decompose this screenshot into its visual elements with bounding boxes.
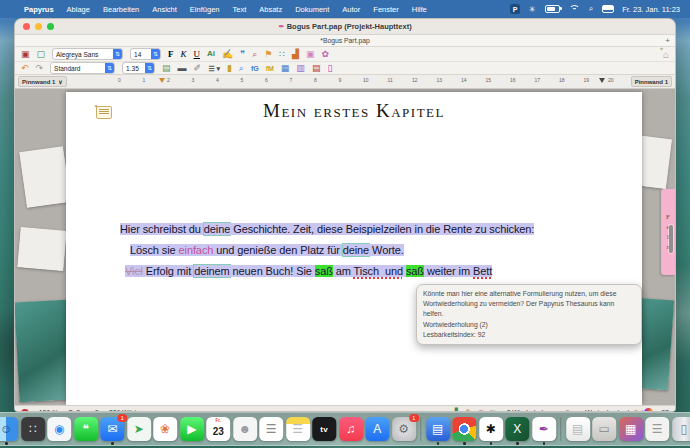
reminders-dock-icon[interactable]: ☰ xyxy=(259,417,283,441)
add-tab-button[interactable]: + xyxy=(665,36,670,45)
menu-autor[interactable]: Autor xyxy=(342,5,360,14)
safari-dock-icon[interactable]: ◉ xyxy=(47,417,71,441)
undo-icon[interactable]: ↶ xyxy=(21,64,29,73)
notes-dock-icon[interactable]: ☰ xyxy=(286,417,310,441)
menu-papyrus[interactable]: Papyrus xyxy=(24,5,54,14)
search-reader-icon[interactable]: ⌕ xyxy=(239,64,244,73)
document-tab[interactable]: *Bogus Part.pap xyxy=(320,37,370,44)
new-document-icon[interactable]: ▢ xyxy=(37,50,46,59)
character-marks-icon[interactable]: ∷ xyxy=(279,50,285,59)
line-spacing-stepper[interactable]: ⇅ xyxy=(145,63,154,73)
messages-dock-icon[interactable]: ❝ xyxy=(74,417,98,441)
finder-dock-icon[interactable]: ☺ xyxy=(0,417,18,441)
menu-text[interactable]: Text xyxy=(232,5,246,14)
link-pen-icon[interactable]: ✐ xyxy=(194,64,202,73)
trash-dock-icon[interactable]: ▯ xyxy=(672,417,690,441)
font-family-select[interactable]: Alegreya Sans⇅ xyxy=(52,48,123,60)
menu-absatz[interactable]: Absatz xyxy=(259,5,282,14)
text-segment: deinem xyxy=(194,265,229,277)
screenshot-stack-dock-icon[interactable]: ▭ xyxy=(592,417,616,441)
chatgpt-dock-icon[interactable]: ✱ xyxy=(479,417,503,441)
pinboard-label-left[interactable]: Pinnwand 1∨ xyxy=(18,76,67,87)
maps-dock-icon[interactable]: ➤ xyxy=(127,417,151,441)
blue-card-app-dock-icon[interactable]: ▤ xyxy=(426,417,450,441)
italic-button[interactable]: K xyxy=(181,50,187,59)
papyrus-menubar-icon[interactable]: P xyxy=(510,4,520,14)
title-bar[interactable]: ✒ Bogus Part.pap (Projekt-Haupttext) xyxy=(15,19,675,35)
menu-einfügen[interactable]: Einfügen xyxy=(190,5,220,14)
gallery-icon[interactable]: ▥ xyxy=(296,64,305,73)
alignment-list-icon[interactable]: ☰ ▾ xyxy=(208,65,220,72)
footnote-g-icon[interactable]: fG xyxy=(251,65,259,72)
footnote-m-icon[interactable]: fM xyxy=(266,65,274,72)
paragraph-style-stepper[interactable]: ⇅ xyxy=(105,63,114,73)
chrome-dock-icon[interactable] xyxy=(452,417,476,441)
system-settings-dock-icon[interactable]: ⚙1 xyxy=(392,417,416,441)
spotlight-search-icon[interactable]: ⌕ xyxy=(589,4,593,14)
list-stack-dock-icon[interactable]: ☰ xyxy=(645,417,669,441)
contacts-dock-icon[interactable]: ☻ xyxy=(233,417,257,441)
app-store-dock-icon[interactable]: A xyxy=(365,417,389,441)
launchpad-dock-icon[interactable]: ∷ xyxy=(21,417,45,441)
save-icon[interactable]: ▣ xyxy=(21,50,30,59)
menu-dokument[interactable]: Dokument xyxy=(295,5,329,14)
mail-dock-icon[interactable]: ✉1 xyxy=(100,417,124,441)
font-size-stepper[interactable]: ⇅ xyxy=(151,49,160,59)
excel-dock-icon[interactable]: X xyxy=(505,417,529,441)
font-family-stepper[interactable]: ⇅ xyxy=(113,49,122,59)
menu-fenster[interactable]: Fenster xyxy=(373,5,398,14)
text-line[interactable]: Hier schreibst du deine Geschichte. Zeit… xyxy=(120,219,590,240)
pink-note-icon[interactable]: ▣ xyxy=(306,50,315,59)
wifi-icon[interactable] xyxy=(569,5,580,14)
menu-bearbeiten[interactable]: Bearbeiten xyxy=(103,5,139,14)
ruler[interactable]: Pinnwand 1∨ Pinnwand 1 01234567891011121… xyxy=(15,75,675,89)
papyrus-dock-icon[interactable]: ✒ xyxy=(532,417,556,441)
bookmark-icon[interactable]: ▯ xyxy=(327,64,332,73)
control-center-icon[interactable] xyxy=(602,5,613,13)
database-icon[interactable]: ▮ xyxy=(227,64,232,73)
menu-ansicht[interactable]: Ansicht xyxy=(152,5,177,14)
photos-dock-icon[interactable]: ❀ xyxy=(153,417,177,441)
pdf-export-icon[interactable]: ▤ xyxy=(312,64,321,73)
pinboard-label-right[interactable]: Pinnwand 1 xyxy=(631,76,672,87)
table-icon[interactable]: ▦ xyxy=(281,64,290,73)
document-page[interactable]: Mein erstes Kapitel Hier schreibst du de… xyxy=(66,92,642,405)
asterisk-settings-icon[interactable]: ✳ xyxy=(529,5,536,14)
menu-hilfe[interactable]: Hilfe xyxy=(412,5,427,14)
underline-button[interactable]: U xyxy=(194,50,201,59)
notification-badge: 1 xyxy=(117,414,127,422)
line-spacing-select[interactable]: 1.35⇅ xyxy=(122,62,155,74)
text-line[interactable]: Lösch sie einfach und genieße den Platz … xyxy=(130,240,590,261)
search-magnifier-icon[interactable]: ⌕ xyxy=(252,50,257,59)
thesaurus-flower-icon[interactable]: ✿ xyxy=(321,50,329,59)
document-file-glyph: ▤ xyxy=(572,422,583,436)
photos-stack-dock-icon[interactable]: ▦ xyxy=(619,417,643,441)
insert-media-icon[interactable]: ▤ xyxy=(162,64,171,73)
battery-icon[interactable] xyxy=(545,5,560,13)
ruler-tick-9: 9 xyxy=(339,77,342,83)
bold-button[interactable]: F xyxy=(168,50,174,59)
indent-marker[interactable] xyxy=(159,78,165,83)
statistics-chart-icon[interactable]: ▟ xyxy=(292,50,299,59)
document-file-dock-icon[interactable]: ▤ xyxy=(566,417,590,441)
vertical-scrollbar[interactable] xyxy=(669,225,673,253)
dock: ☺∷◉❝✉1➤❀▶Fr.23☻☰☰tv♫A⚙1▤✱X✒▤▭▦☰▯ xyxy=(0,412,690,446)
home-icon[interactable]: ✦⌂ xyxy=(663,49,669,60)
tv-dock-icon[interactable]: tv xyxy=(312,417,336,441)
music-dock-icon[interactable]: ♫ xyxy=(339,417,363,441)
right-margin-marker[interactable] xyxy=(599,78,605,83)
style-check-flag-icon[interactable]: ⚑ xyxy=(264,50,272,59)
paragraph-style-select[interactable]: Standard⇅ xyxy=(50,62,115,74)
proofreading-pen-icon[interactable]: ✍ xyxy=(222,50,233,59)
facetime-dock-icon[interactable]: ▶ xyxy=(180,417,204,441)
clapper-scene-icon[interactable]: ▬ xyxy=(178,64,187,73)
comment-bubble-icon[interactable]: ❞ xyxy=(240,50,245,59)
menubar-clock[interactable]: Fr. 23. Jan. 11:23 xyxy=(622,5,680,14)
font-size-select[interactable]: 14⇅ xyxy=(130,48,161,60)
text-style-button[interactable]: Ai xyxy=(207,50,215,58)
text-line[interactable]: Viel Erfolg mit deinem neuen Buch! Sie s… xyxy=(125,261,590,282)
body-text[interactable]: Hier schreibst du deine Geschichte. Zeit… xyxy=(120,219,590,282)
redo-icon[interactable]: ↷ xyxy=(36,64,44,73)
calendar-dock-icon[interactable]: Fr.23 xyxy=(206,417,230,441)
menu-ablage[interactable]: Ablage xyxy=(67,5,90,14)
